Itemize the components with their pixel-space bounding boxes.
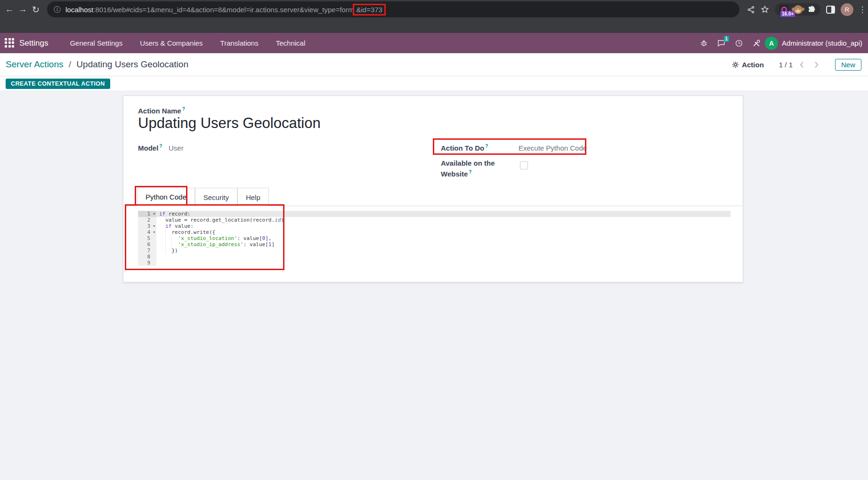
- page: ← → ↻ ⓘ localhost:8016/web#cids=1&menu_i…: [0, 0, 868, 480]
- notebook-tabs: Python Code Security Help: [123, 188, 743, 206]
- button-row: CREATE CONTEXTUAL ACTION: [0, 76, 868, 90]
- browser-reload-icon[interactable]: ↻: [29, 3, 42, 16]
- tab-python-code[interactable]: Python Code: [137, 188, 195, 206]
- action-to-do-label: Action To Do?: [441, 144, 488, 152]
- code-lines: if record: value = record.get_location(r…: [156, 211, 730, 266]
- menu-general-settings[interactable]: General Settings: [70, 39, 122, 47]
- model-label: Model?: [138, 144, 162, 152]
- form-sheet: Action Name? Updating Users Geolocation …: [123, 96, 743, 282]
- side-panel-icon[interactable]: [823, 6, 837, 14]
- new-button[interactable]: New: [835, 59, 861, 71]
- tampermonkey-extension-icon[interactable]: [794, 5, 803, 14]
- breadcrumb: Server Actions / Updating Users Geolocat…: [6, 59, 188, 70]
- odoo-navbar: Settings General Settings Users & Compan…: [0, 33, 868, 53]
- action-to-do-value[interactable]: Execute Python Code: [519, 144, 587, 152]
- tab-security[interactable]: Security: [195, 188, 237, 206]
- current-app-name[interactable]: Settings: [19, 39, 48, 48]
- action-name-label: Action Name?: [138, 106, 185, 115]
- help-icon: ?: [469, 169, 471, 175]
- apps-grid-icon[interactable]: [5, 38, 15, 48]
- create-contextual-action-button[interactable]: CREATE CONTEXTUAL ACTION: [6, 79, 110, 89]
- app-menu: General Settings Users & Companies Trans…: [70, 39, 305, 47]
- code-gutter: 1▾23▾4▾56789: [138, 211, 156, 266]
- extension-version-badge: 16.0+: [780, 11, 795, 17]
- url-text: localhost:8016/web#cids=1&menu_id=4&acti…: [65, 6, 385, 14]
- messages-count-badge: 1: [724, 36, 730, 42]
- content-area: Action Name? Updating Users Geolocation …: [0, 90, 868, 480]
- browser-profile-avatar[interactable]: R: [841, 3, 853, 16]
- indent-guide: [165, 217, 166, 254]
- help-icon: ?: [159, 144, 162, 149]
- model-value[interactable]: User: [169, 144, 184, 152]
- studio-tools-icon[interactable]: [747, 33, 765, 53]
- bookmark-star-icon[interactable]: [758, 5, 772, 14]
- tab-help[interactable]: Help: [237, 188, 269, 206]
- extensions-group: 16.0+: [775, 3, 820, 16]
- menu-translations[interactable]: Translations: [220, 39, 259, 47]
- browser-chrome: ← → ↻ ⓘ localhost:8016/web#cids=1&menu_i…: [0, 0, 868, 33]
- activities-clock-icon[interactable]: [730, 33, 747, 53]
- menu-users-companies[interactable]: Users & Companies: [140, 39, 203, 47]
- odoo-debug-extension-icon[interactable]: 16.0+: [779, 5, 789, 14]
- control-panel: Server Actions / Updating Users Geolocat…: [0, 53, 868, 76]
- share-icon[interactable]: [744, 6, 758, 14]
- pager-next-icon[interactable]: [811, 59, 822, 70]
- browser-forward-icon[interactable]: →: [16, 3, 29, 16]
- browser-back-icon[interactable]: ←: [3, 3, 16, 16]
- indent-guide: [171, 235, 172, 254]
- available-on-website-label: Available on the Website?: [441, 159, 516, 178]
- available-on-website-checkbox[interactable]: [520, 161, 528, 169]
- action-menu-button[interactable]: Action: [732, 61, 764, 69]
- breadcrumb-separator: /: [69, 59, 71, 69]
- url-id-annotation: &id=373: [353, 4, 385, 16]
- pager-counter[interactable]: 1 / 1: [779, 61, 793, 69]
- python-code-editor[interactable]: 1▾23▾4▾56789 if record: value = record.g…: [138, 211, 730, 270]
- browser-menu-icon[interactable]: ⋮: [857, 5, 868, 15]
- browser-toolbar-right: 16.0+ R ⋮: [744, 0, 868, 19]
- breadcrumb-server-actions-link[interactable]: Server Actions: [6, 59, 64, 69]
- address-bar[interactable]: ⓘ localhost:8016/web#cids=1&menu_id=4&ac…: [47, 1, 739, 17]
- breadcrumb-current: Updating Users Geolocation: [76, 59, 188, 69]
- help-icon: ?: [182, 106, 185, 112]
- debug-bug-icon[interactable]: [695, 33, 713, 53]
- user-name[interactable]: Administrator (studio_api): [782, 39, 862, 47]
- action-name-input[interactable]: Updating Users Geolocation: [138, 115, 321, 132]
- site-info-icon[interactable]: ⓘ: [54, 5, 61, 14]
- puzzle-extensions-icon[interactable]: [807, 5, 816, 14]
- action-menu-label: Action: [742, 61, 764, 69]
- control-panel-right: Action 1 / 1 New: [732, 59, 861, 71]
- user-avatar[interactable]: A: [765, 37, 778, 50]
- help-icon: ?: [485, 144, 488, 149]
- pager-previous-icon[interactable]: [797, 59, 807, 70]
- menu-technical[interactable]: Technical: [276, 39, 306, 47]
- navbar-right: 1 A Administrator (studio_api): [695, 33, 864, 53]
- messages-icon[interactable]: 1: [713, 33, 730, 53]
- gear-icon: [732, 61, 739, 68]
